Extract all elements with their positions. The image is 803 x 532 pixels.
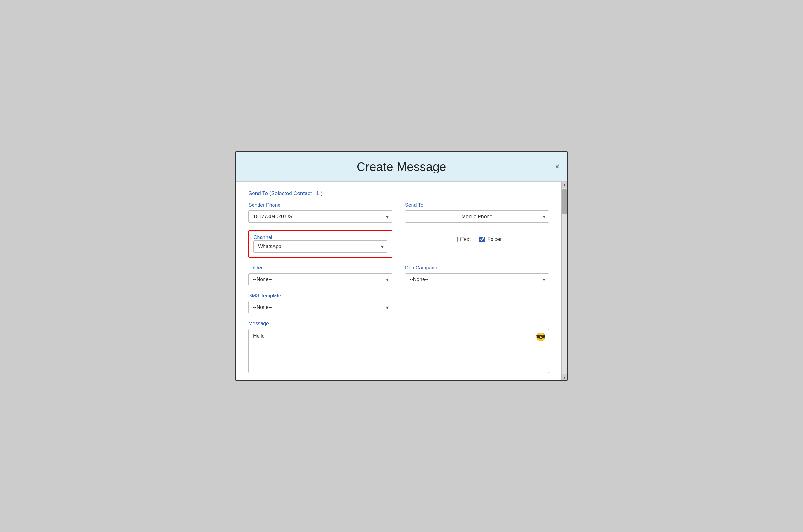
channel-group: Channel WhatsApp ▾ <box>248 230 393 258</box>
modal-body: Send To (Selected Contact : 1 ) Sender P… <box>236 182 567 380</box>
itext-label[interactable]: iText <box>460 236 471 242</box>
sms-template-select-wrapper: --None-- ▾ <box>248 301 393 314</box>
drip-campaign-select-wrapper: --None-- ▾ <box>405 273 549 285</box>
send-to-select[interactable]: Mobile Phone <box>405 210 549 223</box>
message-group: Message Hello 😎 <box>248 321 549 374</box>
scrollbar-down-arrow[interactable]: ▼ <box>562 374 567 380</box>
sms-template-placeholder <box>405 293 549 314</box>
modal-title: Create Message <box>357 160 446 174</box>
checkboxes-group: iText Folder <box>405 230 549 258</box>
folder-checkbox-label[interactable]: Folder <box>487 236 501 242</box>
channel-select-wrapper: WhatsApp ▾ <box>253 240 387 252</box>
channel-label: Channel <box>253 235 272 240</box>
scrollbar-up-arrow[interactable]: ▲ <box>562 182 567 188</box>
message-textarea-wrapper: Hello 😎 <box>248 329 549 374</box>
modal-header: Create Message × <box>236 152 567 182</box>
sms-template-label: SMS Template <box>248 293 393 299</box>
drip-campaign-select[interactable]: --None-- <box>405 273 549 285</box>
itext-checkbox[interactable] <box>452 236 458 242</box>
drip-campaign-label: Drip Campaign <box>405 265 549 271</box>
sms-template-select[interactable]: --None-- <box>248 301 393 314</box>
checkbox-row: iText Folder <box>452 236 501 242</box>
message-label: Message <box>248 321 549 326</box>
sender-phone-group: Sender Phone 18127304020 US ▾ <box>248 202 393 223</box>
row-sender-sendto: Sender Phone 18127304020 US ▾ Send To Mo… <box>248 202 549 223</box>
channel-select[interactable]: WhatsApp <box>253 240 387 252</box>
folder-select-wrapper: --None-- ▾ <box>248 273 393 285</box>
folder-checkbox[interactable] <box>479 236 485 242</box>
row-channel-checkboxes: Channel WhatsApp ▾ iText <box>248 230 549 258</box>
sender-phone-label: Sender Phone <box>248 202 393 208</box>
emoji-button[interactable]: 😎 <box>536 332 546 342</box>
scrollbar-thumb[interactable] <box>562 189 567 214</box>
itext-checkbox-item: iText <box>452 236 471 242</box>
sender-phone-select[interactable]: 18127304020 US <box>248 210 393 223</box>
row-folder-drip: Folder --None-- ▾ Drip Campaign --None-- <box>248 265 549 285</box>
scrollbar: ▲ ▼ <box>561 182 567 380</box>
create-message-modal: Create Message × Send To (Selected Conta… <box>235 151 568 381</box>
folder-dropdown-label: Folder <box>248 265 393 271</box>
close-button[interactable]: × <box>555 162 560 171</box>
folder-select[interactable]: --None-- <box>248 273 393 285</box>
drip-campaign-group: Drip Campaign --None-- ▾ <box>405 265 549 285</box>
sender-phone-select-wrapper: 18127304020 US ▾ <box>248 210 393 223</box>
folder-checkbox-item: Folder <box>479 236 501 242</box>
folder-group: Folder --None-- ▾ <box>248 265 393 285</box>
send-to-select-wrapper: Mobile Phone ▾ <box>405 210 549 223</box>
send-to-section-label: Send To (Selected Contact : 1 ) <box>248 190 549 197</box>
row-sms-template: SMS Template --None-- ▾ <box>248 293 549 314</box>
send-to-field-label: Send To <box>405 202 549 208</box>
send-to-group: Send To Mobile Phone ▾ <box>405 202 549 223</box>
sms-template-group: SMS Template --None-- ▾ <box>248 293 393 314</box>
channel-group-container: Channel WhatsApp ▾ <box>248 230 393 258</box>
modal-content: Send To (Selected Contact : 1 ) Sender P… <box>236 182 561 380</box>
message-textarea[interactable]: Hello <box>248 329 549 373</box>
